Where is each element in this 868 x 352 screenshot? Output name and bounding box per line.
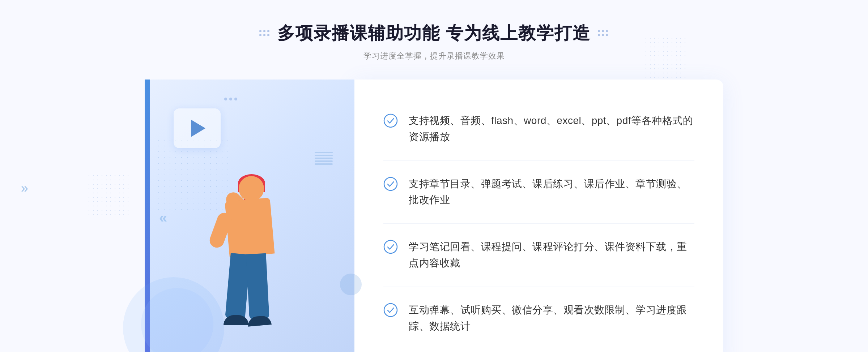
stripe-decoration [315,152,333,165]
illustration-container: « [145,80,354,352]
bubble-dots [224,98,237,100]
play-bubble [174,108,221,148]
feature-item-4: 互动弹幕、试听购买、微信分享、观看次数限制、学习进度跟踪、数据统计 [383,287,694,350]
dot-pattern-left [87,173,130,217]
feature-item-3: 学习笔记回看、课程提问、课程评论打分、课件资料下载，重点内容收藏 [383,224,694,287]
right-panel: 支持视频、音频、flash、word、excel、ppt、pdf等各种格式的资源… [354,80,723,352]
content-area: « [145,80,723,352]
page-container: » 多项录播课辅助功能 专为线上教学打造 学习进度全掌握，提升录播课教学效果 [0,0,868,352]
header-section: 多项录播课辅助功能 专为线上教学打造 学习进度全掌握，提升录播课教学效果 [259,0,608,61]
header-dots-left [259,30,270,37]
figure-head [239,176,264,201]
main-title: 多项录播课辅助功能 专为线上教学打造 [277,22,590,45]
svg-point-0 [384,114,397,127]
figure-pants-right [246,253,269,319]
feature-text-3: 学习笔记回看、课程提问、课程评论打分、课件资料下载，重点内容收藏 [409,239,694,271]
svg-point-2 [384,240,397,253]
chevron-left-decoration: » [21,181,28,196]
check-icon-2 [383,177,398,191]
svg-point-3 [384,304,397,317]
svg-point-1 [384,177,397,190]
figure-illustration [192,169,307,352]
dot-pattern-right [644,36,687,80]
header-dots-right [598,30,609,37]
arrow-decoration: « [159,210,167,226]
header-decoration: 多项录播课辅助功能 专为线上教学打造 [259,22,608,45]
feature-text-2: 支持章节目录、弹题考试、课后练习、课后作业、章节测验、批改作业 [409,176,694,209]
feature-text-1: 支持视频、音频、flash、word、excel、ppt、pdf等各种格式的资源… [409,113,694,145]
figure-shirt [225,198,275,257]
feature-item-1: 支持视频、音频、flash、word、excel、ppt、pdf等各种格式的资源… [383,98,694,161]
feature-item-2: 支持章节目录、弹题考试、课后练习、课后作业、章节测验、批改作业 [383,161,694,224]
check-icon-3 [383,240,398,254]
check-icon-1 [383,113,398,128]
feature-text-4: 互动弹幕、试听购买、微信分享、观看次数限制、学习进度跟踪、数据统计 [409,302,694,335]
play-icon [191,120,205,137]
check-icon-4 [383,303,398,317]
sub-title: 学习进度全掌握，提升录播课教学效果 [259,51,608,61]
small-circle-decoration [340,274,362,295]
